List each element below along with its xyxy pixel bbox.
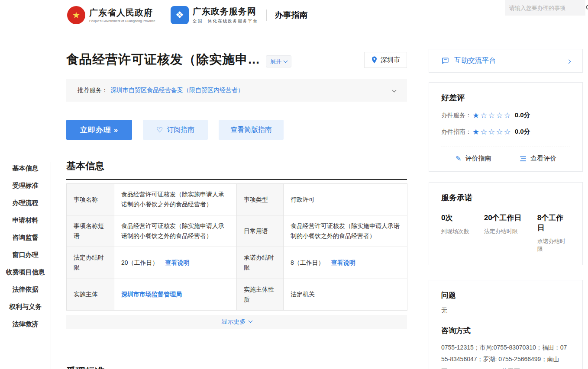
recommend-label: 推荐服务： xyxy=(78,87,108,94)
recommend-toggle[interactable] xyxy=(393,87,396,94)
show-more-button[interactable]: 显示更多 xyxy=(66,315,407,329)
cell-label: 事项类型 xyxy=(237,184,284,215)
table-row: 实施主体 深圳市市场监督管理局 实施主体性质 法定机关 xyxy=(67,279,407,310)
acceptance-heading: 受理标准 xyxy=(66,365,407,369)
apply-now-button[interactable]: 立即办理 » xyxy=(66,120,132,140)
page-title: 食品经营许可证核发（除实施申... xyxy=(66,51,260,68)
table-row: 事项名称 食品经营许可证核发（除实施申请人承诺制的小餐饮之外的食品经营者） 事项… xyxy=(67,184,407,215)
heart-icon: ♡ xyxy=(156,125,163,135)
chevron-right-icon xyxy=(567,57,570,65)
nav-item-process[interactable]: 办理流程 xyxy=(0,199,51,206)
gov-logo[interactable]: ★ 广东省人民政府 People's Government of Guangdo… xyxy=(67,6,155,24)
nav-item-legal-basis[interactable]: 法律依据 xyxy=(0,286,51,293)
star-rating[interactable]: ★☆☆☆☆ xyxy=(472,128,512,136)
nav-item-fee-info[interactable]: 收费项目信息 xyxy=(0,269,51,276)
view-explanation-link[interactable]: 查看说明 xyxy=(331,259,355,266)
section-nav: 基本信息 受理标准 办理流程 申请材料 咨询监督 窗口办理 收费项目信息 法律依… xyxy=(0,162,51,369)
search-icon[interactable] xyxy=(585,4,588,11)
chat-icon xyxy=(441,57,449,65)
nav-item-application-materials[interactable]: 申请材料 xyxy=(0,217,51,224)
view-reviews-link[interactable]: 查看评价 xyxy=(506,154,571,163)
cell-label: 法定办结时限 xyxy=(67,247,114,279)
question-heading: 问题 xyxy=(441,290,570,300)
rating-card: 好差评 办件服务： ★☆☆☆☆ 0.0分 办件指南： ★☆☆☆☆ 0.0分 ✎ … xyxy=(429,82,583,172)
star-rating[interactable]: ★☆☆☆☆ xyxy=(472,112,512,119)
page-section-label[interactable]: 办事指南 xyxy=(275,10,308,21)
nav-item-legal-remedy[interactable]: 法律救济 xyxy=(0,321,51,327)
city-selector[interactable]: 深圳市 xyxy=(364,52,407,68)
cell-value: 20（工作日） 查看说明 xyxy=(114,247,237,279)
chevron-down-icon xyxy=(392,88,397,92)
table-row: 事项名称短语 食品经营许可证核发（除实施申请人承诺制的小餐饮之外的食品经营者） … xyxy=(67,215,407,247)
star-filled-icon: ★ xyxy=(472,128,480,136)
nav-item-consultation-supervision[interactable]: 咨询监督 xyxy=(0,234,51,241)
gov-logo-subtitle: People's Government of Guangdong Provinc… xyxy=(89,19,155,23)
star-empty-icon: ☆ xyxy=(480,111,488,120)
nav-item-acceptance-criteria[interactable]: 受理标准 xyxy=(0,182,51,189)
gov-logo-title: 广东省人民政府 xyxy=(89,8,155,18)
list-icon xyxy=(520,156,527,162)
evaluate-guide-link[interactable]: ✎ 评价指南 xyxy=(441,154,506,163)
location-pin-icon xyxy=(371,56,378,64)
stat-legal-time-limit: 20个工作日 法定办结时限 xyxy=(484,213,537,253)
table-row: 法定办结时限 20（工作日） 查看说明 承诺办结时限 8（工作日） 查看说明 xyxy=(67,247,407,279)
star-empty-icon: ☆ xyxy=(504,111,512,120)
cell-value: 法定机关 xyxy=(284,279,407,310)
implementing-agency-link[interactable]: 深圳市市场监督管理局 xyxy=(121,291,182,298)
subscribe-guide-button[interactable]: ♡ 订阅指南 xyxy=(143,120,208,140)
dashed-divider xyxy=(441,147,570,147)
search-input[interactable] xyxy=(509,5,585,11)
cell-value: 深圳市市场监督管理局 xyxy=(114,279,237,310)
basic-info-heading: 基本信息 xyxy=(66,160,407,180)
star-empty-icon: ☆ xyxy=(504,128,512,136)
exchange-platform-card[interactable]: 互助交流平台 xyxy=(429,49,583,73)
nav-item-rights-obligations[interactable]: 权利与义务 xyxy=(0,303,51,310)
pencil-icon: ✎ xyxy=(456,154,461,163)
simple-guide-button[interactable]: 查看简版指南 xyxy=(219,120,284,140)
right-panel: 互助交流平台 好差评 办件服务： ★☆☆☆☆ 0.0分 办件指南： ★☆☆☆☆ … xyxy=(429,49,583,369)
recommend-service-bar: 推荐服务： 深圳市自贸区食品经营备案（限自贸区内经营者） xyxy=(66,79,407,102)
star-filled-icon: ★ xyxy=(472,111,480,120)
gov-emblem-icon: ★ xyxy=(67,6,85,24)
stat-promised-time-limit: 8个工作日 承诺办结时限 xyxy=(537,213,570,253)
cell-label: 实施主体性质 xyxy=(237,279,284,310)
basic-info-section: 基本信息 事项名称 食品经营许可证核发（除实施申请人承诺制的小餐饮之外的食品经营… xyxy=(66,160,407,329)
portal-logo[interactable]: ❖ 广东政务服务网 全国一体化在线政务服务平台 xyxy=(171,6,258,24)
nav-item-basic-info[interactable]: 基本信息 xyxy=(0,165,51,172)
header-search xyxy=(505,0,585,16)
portal-logo-icon: ❖ xyxy=(171,6,189,24)
rating-row-service: 办件服务： ★☆☆☆☆ 0.0分 xyxy=(441,111,570,119)
rating-row-label: 办件指南： xyxy=(441,128,472,136)
cell-value: 行政许可 xyxy=(284,184,407,215)
recommend-service-link[interactable]: 深圳市自贸区食品经营备案（限自贸区内经营者） xyxy=(110,87,244,94)
city-name: 深圳市 xyxy=(381,56,400,64)
rating-score: 0.0分 xyxy=(515,128,530,136)
header: ★ 广东省人民政府 People's Government of Guangdo… xyxy=(0,0,588,30)
star-empty-icon: ☆ xyxy=(488,111,496,120)
nav-item-window-service[interactable]: 窗口办理 xyxy=(0,251,51,258)
contact-card: 问题 无 咨询方式 0755-12315；市局:0755-83070310；福田… xyxy=(429,280,583,369)
rating-row-guide: 办件指南： ★☆☆☆☆ 0.0分 xyxy=(441,128,570,136)
question-value: 无 xyxy=(441,307,570,314)
star-empty-icon: ☆ xyxy=(496,128,504,136)
title-expand-button[interactable]: 展开 xyxy=(266,55,291,67)
acceptance-section: 受理标准 xyxy=(66,365,407,369)
exchange-platform-label: 互助交流平台 xyxy=(454,56,496,65)
cell-label: 承诺办结时限 xyxy=(237,247,284,279)
commitment-heading: 服务承诺 xyxy=(441,193,570,203)
cell-label: 日常用语 xyxy=(237,215,284,247)
view-explanation-link[interactable]: 查看说明 xyxy=(165,259,189,266)
chevron-down-icon xyxy=(284,58,288,63)
rating-heading: 好差评 xyxy=(441,93,570,103)
cell-value: 食品经营许可证核发（除实施申请人承诺制的小餐饮之外的食品经营者） xyxy=(114,184,237,215)
cell-label: 事项名称 xyxy=(67,184,114,215)
basic-info-table: 事项名称 食品经营许可证核发（除实施申请人承诺制的小餐饮之外的食品经营者） 事项… xyxy=(66,183,407,311)
portal-logo-subtitle: 全国一体化在线政务服务平台 xyxy=(193,18,258,24)
consult-heading: 咨询方式 xyxy=(441,326,570,336)
star-empty-icon: ☆ xyxy=(496,111,504,120)
portal-logo-title: 广东政务服务网 xyxy=(193,6,258,16)
header-divider-2 xyxy=(266,10,267,21)
star-empty-icon: ☆ xyxy=(488,128,496,136)
rating-row-label: 办件服务： xyxy=(441,112,472,119)
cell-label: 事项名称短语 xyxy=(67,215,114,247)
